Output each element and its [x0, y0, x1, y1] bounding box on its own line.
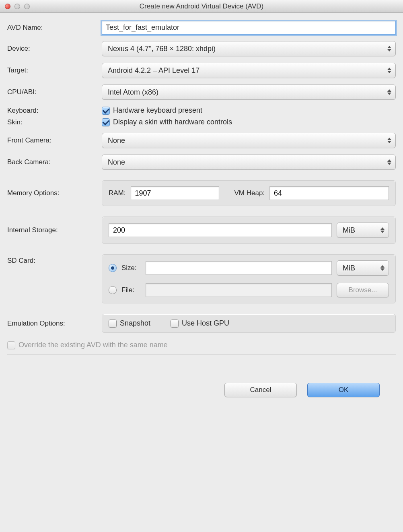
footer-buttons: Cancel OK — [7, 363, 396, 413]
sd-card-group: Size: MiB File: Browse... — [102, 254, 396, 303]
ram-input[interactable] — [131, 186, 219, 200]
host-gpu-checkbox[interactable]: Use Host GPU — [171, 319, 229, 328]
keyboard-checkbox[interactable]: Hardware keyboard present — [102, 106, 396, 115]
vmheap-label: VM Heap: — [234, 189, 265, 197]
back-camera-select[interactable]: None — [102, 155, 396, 170]
label-cpu: CPU/ABI: — [7, 88, 102, 96]
label-keyboard: Keyboard: — [7, 107, 102, 115]
stepper-icon — [380, 227, 384, 233]
stepper-icon — [387, 159, 391, 165]
device-select-value: Nexus 4 (4.7", 768 × 1280: xhdpi) — [108, 45, 216, 53]
checkbox-icon — [171, 320, 179, 328]
stepper-icon — [387, 68, 391, 73]
stepper-icon — [380, 265, 384, 271]
override-checkbox: Override the existing AVD with the same … — [7, 341, 168, 349]
device-select[interactable]: Nexus 4 (4.7", 768 × 1280: xhdpi) — [102, 41, 396, 56]
internal-storage-group: MiB — [102, 217, 396, 244]
label-device: Device: — [7, 45, 102, 53]
sd-file-input — [146, 283, 332, 297]
checkbox-icon — [109, 320, 117, 328]
browse-button-label: Browse... — [349, 286, 377, 294]
checkbox-icon — [7, 341, 15, 349]
sd-size-label: Size: — [121, 264, 141, 272]
form-content: AVD Name: Test_for_fast_emulator Device:… — [0, 13, 403, 419]
ok-button[interactable]: OK — [307, 383, 380, 397]
label-emulation: Emulation Options: — [7, 320, 102, 328]
target-select-value: Android 4.2.2 – API Level 17 — [108, 66, 199, 75]
vmheap-input[interactable] — [269, 186, 389, 200]
sd-size-unit-value: MiB — [343, 264, 355, 272]
cancel-button[interactable]: Cancel — [224, 383, 297, 397]
host-gpu-checkbox-label: Use Host GPU — [182, 319, 229, 328]
zoom-window-button[interactable] — [24, 4, 30, 9]
checkbox-icon — [102, 118, 110, 126]
separator — [7, 354, 396, 355]
ok-button-label: OK — [339, 386, 349, 394]
cancel-button-label: Cancel — [250, 386, 271, 394]
sd-file-radio[interactable] — [109, 286, 117, 294]
label-skin: Skin: — [7, 118, 102, 126]
close-window-button[interactable] — [5, 4, 10, 9]
window-title: Create new Android Virtual Device (AVD) — [3, 2, 400, 10]
stepper-icon — [387, 89, 391, 95]
label-target: Target: — [7, 66, 102, 74]
label-front-camera: Front Camera: — [7, 136, 102, 144]
internal-storage-unit-select[interactable]: MiB — [337, 223, 389, 238]
stepper-icon — [387, 138, 391, 143]
internal-storage-unit-value: MiB — [343, 226, 355, 235]
target-select[interactable]: Android 4.2.2 – API Level 17 — [102, 63, 396, 78]
skin-checkbox[interactable]: Display a skin with hardware controls — [102, 118, 396, 126]
browse-button: Browse... — [337, 283, 389, 297]
label-sd-card: SD Card: — [7, 254, 102, 265]
sd-file-label: File: — [121, 286, 141, 294]
ram-label: RAM: — [109, 189, 126, 197]
stepper-icon — [387, 46, 391, 52]
emulation-group: Snapshot Use Host GPU — [102, 314, 396, 333]
avd-name-input[interactable] — [102, 21, 396, 35]
label-memory: Memory Options: — [7, 189, 102, 197]
back-camera-value: None — [108, 158, 125, 167]
checkbox-icon — [102, 107, 110, 115]
memory-group: RAM: VM Heap: — [102, 180, 396, 206]
skin-checkbox-label: Display a skin with hardware controls — [113, 118, 232, 126]
keyboard-checkbox-label: Hardware keyboard present — [113, 106, 202, 115]
cpu-abi-select-value: Intel Atom (x86) — [108, 88, 158, 97]
window-controls — [5, 4, 30, 9]
label-back-camera: Back Camera: — [7, 158, 102, 166]
label-avd-name: AVD Name: — [7, 24, 102, 32]
snapshot-checkbox[interactable]: Snapshot — [109, 319, 150, 328]
sd-size-input[interactable] — [146, 261, 332, 275]
minimize-window-button[interactable] — [14, 4, 20, 9]
label-internal-storage: Internal Storage: — [7, 226, 102, 234]
cpu-abi-select[interactable]: Intel Atom (x86) — [102, 85, 396, 100]
snapshot-checkbox-label: Snapshot — [120, 319, 150, 328]
front-camera-select[interactable]: None — [102, 133, 396, 148]
override-checkbox-label: Override the existing AVD with the same … — [19, 341, 168, 349]
internal-storage-input[interactable] — [109, 223, 332, 237]
front-camera-value: None — [108, 136, 125, 145]
titlebar: Create new Android Virtual Device (AVD) — [0, 0, 403, 13]
sd-size-radio[interactable] — [109, 264, 117, 272]
sd-size-unit-select[interactable]: MiB — [337, 260, 389, 276]
